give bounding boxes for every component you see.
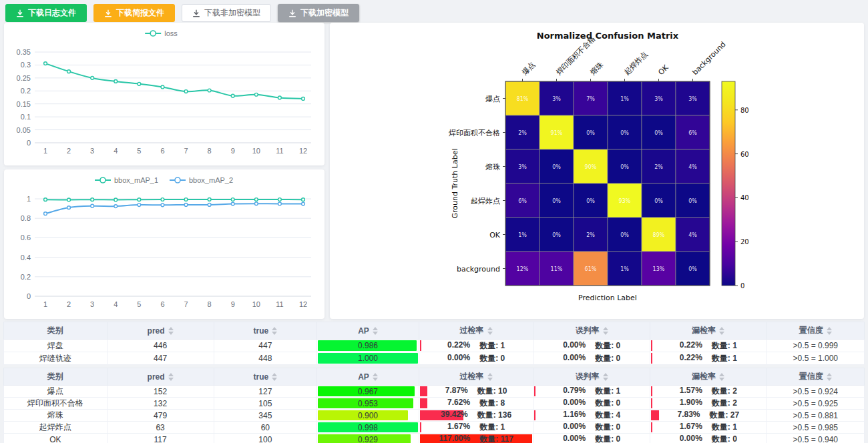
legend-item-bbox_mAP_1[interactable]: bbox_mAP_1 <box>95 176 158 184</box>
download-brief-button[interactable]: 下载简报文件 <box>93 4 175 22</box>
column-header-true[interactable]: true <box>214 368 317 386</box>
column-header-miss[interactable]: 漏检率 <box>650 322 767 340</box>
sort-caret-icon[interactable] <box>272 373 277 381</box>
sort-caret-icon[interactable] <box>373 327 378 335</box>
sort-caret-icon[interactable] <box>168 373 174 381</box>
rate-count: 数量: 0 <box>479 353 505 364</box>
button-label: 下载加密模型 <box>300 7 349 19</box>
sort-caret-icon[interactable] <box>487 373 493 381</box>
rate-count: 数量: 1 <box>712 422 737 433</box>
rate-percent: 117.00% <box>439 434 470 443</box>
column-header-conf[interactable]: 置信度 <box>767 322 864 340</box>
x-tick-label: 1 <box>43 147 47 155</box>
column-header-mis[interactable]: 误判率 <box>533 368 650 386</box>
column-header-ap[interactable]: AP <box>317 368 419 386</box>
column-header-label: pred <box>148 372 165 382</box>
series-line-bbox_mAP_2 <box>45 203 303 213</box>
cell-conf: >0.5 = 0.881 <box>767 410 864 422</box>
svg-text:0%: 0% <box>620 130 629 136</box>
cell-miss: 1.67%数量: 1 <box>650 422 767 434</box>
colorbar-tick-label: 80 <box>740 107 749 114</box>
y-axis-title: Ground Truth Label <box>451 148 459 218</box>
table-row: 焊印面积不合格1321050.9537.62%数量: 80.00%数量: 01.… <box>4 398 865 410</box>
column-header-miss[interactable]: 漏检率 <box>650 368 767 386</box>
colorbar <box>722 81 735 286</box>
y-tick-label: 0.6 <box>21 234 31 242</box>
x-tick-label: 8 <box>208 300 212 308</box>
sort-caret-icon[interactable] <box>719 373 724 381</box>
sort-caret-icon[interactable] <box>603 373 608 381</box>
svg-text:1%: 1% <box>518 232 527 238</box>
cell-miss: 1.57%数量: 2 <box>650 386 767 398</box>
cell-mis: 1.16%数量: 4 <box>533 410 650 422</box>
table-row: 焊盘4464470.9860.22%数量: 10.00%数量: 00.22%数量… <box>4 340 865 352</box>
svg-text:6%: 6% <box>688 130 697 136</box>
column-header-label: 漏检率 <box>692 325 716 336</box>
column-header-conf[interactable]: 置信度 <box>767 368 864 386</box>
defect-detail-table: 类别predtrueAP过检率误判率漏检率置信度爆点1521270.9677.8… <box>3 368 865 443</box>
svg-text:0%: 0% <box>654 130 663 136</box>
column-header-pred[interactable]: pred <box>107 368 214 386</box>
rate-percent: 1.57% <box>680 386 702 397</box>
download-plain-model-button[interactable]: 下载非加密模型 <box>182 4 271 22</box>
rate-percent: 0.00% <box>563 353 586 364</box>
series-line-bbox_mAP_1 <box>45 199 303 200</box>
sort-caret-icon[interactable] <box>373 373 378 381</box>
column-header-ap[interactable]: AP <box>317 322 419 340</box>
svg-text:13%: 13% <box>653 266 665 272</box>
cell-pred: 117 <box>107 434 214 443</box>
y-tick-label: 0.3 <box>21 61 31 69</box>
cell-mis: 0.00%数量: 0 <box>533 352 650 365</box>
confidence-value: >0.5 = 0.925 <box>793 399 838 408</box>
y-tick-label: 0.25 <box>17 74 31 82</box>
column-header-true[interactable]: true <box>214 322 317 340</box>
sort-caret-icon[interactable] <box>719 327 724 335</box>
confidence-value: >0.5 = 0.940 <box>793 435 838 443</box>
legend-item-loss[interactable]: loss <box>145 29 178 37</box>
cell-ap: 1.000 <box>317 352 419 365</box>
cell-over: 7.87%数量: 10 <box>419 386 533 398</box>
cell-over: 117.00%数量: 117 <box>419 434 533 443</box>
sort-caret-icon[interactable] <box>603 327 608 335</box>
column-header-mis[interactable]: 误判率 <box>533 322 650 340</box>
bbox-map-line-chart: bbox_mAP_1bbox_mAP_200.20.40.60.81123456… <box>8 172 319 315</box>
confidence-value: >0.5 = 1.000 <box>793 354 838 363</box>
cell-over: 39.42%数量: 136 <box>419 410 533 422</box>
column-header-label: pred <box>148 326 165 336</box>
rate-count: 数量: 0 <box>712 434 737 443</box>
download-log-button[interactable]: 下载日志文件 <box>5 4 87 22</box>
y-tick-label: 0.8 <box>21 214 31 222</box>
sort-caret-icon[interactable] <box>272 327 277 335</box>
sort-caret-icon[interactable] <box>827 373 832 381</box>
column-header-label: 过检率 <box>460 371 484 382</box>
rate-bar <box>420 398 427 408</box>
cell-over: 0.22%数量: 1 <box>419 340 533 352</box>
svg-text:2%: 2% <box>518 130 527 136</box>
x-tick-label: 12 <box>299 147 307 155</box>
cell-mis: 0.00%数量: 0 <box>533 340 650 352</box>
column-label: background <box>690 40 727 77</box>
series-line-loss <box>45 63 303 99</box>
loss-chart-card: loss00.050.10.150.20.250.30.351234567891… <box>4 23 324 165</box>
cell-ap: 0.986 <box>317 340 419 352</box>
download-encrypted-model-button[interactable]: 下载加密模型 <box>278 4 359 22</box>
rate-bar <box>651 340 652 351</box>
cell-category: OK <box>4 434 107 443</box>
sort-caret-icon[interactable] <box>168 327 174 335</box>
cell-ap: 0.998 <box>317 422 419 434</box>
sort-caret-icon[interactable] <box>487 327 493 335</box>
legend-item-bbox_mAP_2[interactable]: bbox_mAP_2 <box>170 176 233 184</box>
sort-caret-icon[interactable] <box>827 327 832 335</box>
cell-conf: >0.5 = 0.924 <box>767 386 864 398</box>
y-tick-label: 0.35 <box>17 48 31 56</box>
rate-bar <box>651 422 652 432</box>
cell-category: 焊盘 <box>4 340 107 352</box>
cell-over: 7.62%数量: 8 <box>419 398 533 410</box>
column-header-pred[interactable]: pred <box>107 322 214 340</box>
cell-pred: 446 <box>107 340 214 352</box>
column-header-over[interactable]: 过检率 <box>419 368 533 386</box>
x-tick-label: 10 <box>252 300 260 308</box>
column-header-over[interactable]: 过检率 <box>419 322 533 340</box>
rate-percent: 0.00% <box>680 434 702 443</box>
rate-percent: 0.79% <box>563 386 586 397</box>
